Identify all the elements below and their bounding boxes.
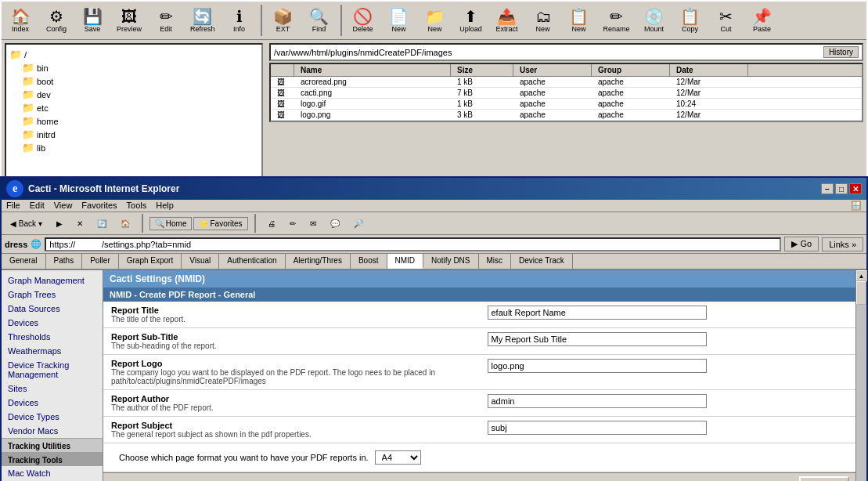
file-table: Name Size User Group Date 🖼 acroread.png…: [269, 63, 863, 122]
cut-button[interactable]: ✂ Cut: [709, 6, 744, 35]
tree-item-initrd[interactable]: 📁 initrd: [22, 128, 258, 141]
tab-notify-dns[interactable]: Notify DNS: [423, 254, 478, 269]
tab-poller[interactable]: Poller: [82, 254, 119, 269]
sidebar-item-devices[interactable]: Devices: [2, 316, 103, 330]
tree-root[interactable]: 📁 /: [9, 48, 258, 61]
scroll-track[interactable]: [856, 281, 866, 481]
zoom-button[interactable]: 🔎: [348, 217, 369, 230]
sidebar-item-weathermaps[interactable]: Weathermaps: [2, 344, 103, 358]
sidebar-item-device-tracking[interactable]: Device Tracking Management: [2, 358, 103, 382]
new4-button[interactable]: 📋 New: [562, 6, 596, 35]
save-button[interactable]: 💾 Save: [75, 6, 110, 35]
tree-item-boot[interactable]: 📁 boot: [22, 74, 258, 88]
new-folder-icon: 📁: [425, 9, 445, 24]
tab-misc[interactable]: Misc: [479, 254, 512, 269]
tree-item-etc[interactable]: 📁 etc: [22, 101, 258, 114]
tab-visual[interactable]: Visual: [182, 254, 219, 269]
new3-button[interactable]: 🗂 New: [526, 6, 560, 35]
delete-button[interactable]: 🚫 Delete: [346, 6, 380, 35]
stop-button[interactable]: ✕: [71, 217, 88, 230]
preview-button[interactable]: 🖼 Preview: [111, 6, 147, 35]
index-button[interactable]: 🏠 Index: [3, 6, 38, 35]
sidebar-item-devices2[interactable]: Devices: [2, 396, 103, 410]
history-button[interactable]: History: [823, 46, 859, 58]
find-button[interactable]: 🔍 Find: [302, 6, 337, 35]
sidebar-item-mac-watch[interactable]: Mac Watch: [2, 466, 103, 480]
ie-refresh-button[interactable]: 🔄: [92, 217, 112, 230]
sidebar-item-graph-management[interactable]: Graph Management: [2, 273, 103, 288]
tab-graph-export[interactable]: Graph Export: [119, 254, 182, 269]
tab-device-track[interactable]: Device Track: [511, 254, 573, 269]
edit-button[interactable]: ✏ Edit: [149, 6, 183, 35]
new-file-button[interactable]: 📄 New: [382, 6, 416, 35]
report-author-input[interactable]: [488, 394, 707, 408]
menu-help[interactable]: Help: [156, 201, 174, 211]
home-button[interactable]: 🏠: [115, 217, 135, 230]
report-subtitle-input[interactable]: [488, 332, 707, 346]
form-input-cell: [480, 417, 856, 443]
config-button[interactable]: ⚙ Config: [39, 6, 74, 35]
rename-button[interactable]: ✏ Rename: [598, 6, 636, 35]
table-row[interactable]: 🖼 cacti.png 7 kB apache apache 12/Mar: [271, 88, 862, 99]
tab-alerting[interactable]: Alerting/Thres: [286, 254, 351, 269]
scroll-thumb[interactable]: [856, 281, 866, 305]
sidebar-item-graph-trees[interactable]: Graph Trees: [2, 288, 103, 302]
menu-view[interactable]: View: [54, 201, 73, 211]
favorites-button[interactable]: ⭐ Favorites: [193, 217, 247, 230]
report-logo-input[interactable]: [488, 359, 707, 373]
upload-button[interactable]: ⬆ Upload: [454, 6, 488, 35]
refresh-button[interactable]: 🔄 Refresh: [185, 6, 221, 35]
menu-file[interactable]: File: [6, 201, 20, 211]
messenger-button[interactable]: 💬: [325, 217, 345, 230]
report-subject-input[interactable]: [488, 421, 707, 435]
page-format-select[interactable]: A4 A3 Letter: [375, 450, 421, 465]
print-button[interactable]: 🖨: [262, 217, 281, 230]
tree-item-dev[interactable]: 📁 dev: [22, 88, 258, 101]
tree-panel[interactable]: 📁 / 📁 bin 📁 boot 📁 dev 📁 etc: [5, 43, 263, 178]
new-folder-button[interactable]: 📁 New: [418, 6, 452, 35]
go-button[interactable]: ▶ Go: [784, 237, 819, 251]
form-input-cell: [480, 302, 856, 328]
address-input[interactable]: [45, 237, 781, 251]
file-size: 3 kB: [451, 110, 513, 120]
report-title-input[interactable]: [488, 306, 707, 320]
search-button[interactable]: 🔍 Home: [149, 217, 193, 230]
table-row[interactable]: 🖼 logo.png 3 kB apache apache 12/Mar: [271, 110, 862, 121]
sidebar-item-thresholds[interactable]: Thresholds: [2, 330, 103, 344]
ie-close-button[interactable]: ✕: [849, 183, 862, 194]
table-row[interactable]: 🖼 acroread.png 1 kB apache apache 12/Mar: [271, 77, 862, 88]
tab-nmid[interactable]: NMID: [387, 254, 424, 269]
info-button[interactable]: ℹ Info: [222, 6, 257, 35]
menu-favorites[interactable]: Favorites: [81, 201, 117, 211]
copy-button[interactable]: 📋 Copy: [673, 6, 708, 35]
links-button[interactable]: Links »: [822, 237, 863, 251]
mail-button[interactable]: ✉: [304, 217, 322, 230]
back-button[interactable]: ◀ Back ▾: [5, 217, 48, 230]
file-icon: 🖼: [271, 77, 294, 87]
tab-authentication[interactable]: Authentication: [219, 254, 285, 269]
mount-button[interactable]: 💿 Mount: [637, 6, 672, 35]
extract-button[interactable]: 📤 Extract: [490, 6, 524, 35]
table-row[interactable]: 🖼 logo.gif 1 kB apache apache 10:24: [271, 99, 862, 110]
ext-button[interactable]: 📦 EXT: [266, 6, 301, 35]
forward-button[interactable]: ▶: [51, 217, 68, 230]
tab-general[interactable]: General: [2, 254, 46, 269]
tab-boost[interactable]: Boost: [351, 254, 387, 269]
paste-button[interactable]: 📌 Paste: [745, 6, 780, 35]
sidebar-item-device-types[interactable]: Device Types: [2, 410, 103, 424]
tree-item-home[interactable]: 📁 home: [22, 114, 258, 128]
sidebar-item-sites[interactable]: Sites: [2, 382, 103, 396]
ie-maximize-button[interactable]: □: [835, 183, 848, 194]
sidebar-item-data-sources[interactable]: Data Sources: [2, 302, 103, 316]
menu-edit[interactable]: Edit: [30, 201, 45, 211]
cancel-button[interactable]: cancel: [799, 476, 849, 481]
scroll-up-button[interactable]: ▲: [856, 270, 867, 281]
tree-item-lib[interactable]: 📁 lib: [22, 141, 258, 154]
menu-tools[interactable]: Tools: [127, 201, 147, 211]
sidebar-item-vendor-macs[interactable]: Vendor Macs: [2, 424, 103, 438]
tree-item-bin[interactable]: 📁 bin: [22, 61, 258, 74]
edit-page-button[interactable]: ✏: [284, 217, 301, 230]
tab-paths[interactable]: Paths: [46, 254, 83, 269]
file-user: apache: [513, 110, 592, 120]
ie-minimize-button[interactable]: −: [821, 183, 834, 194]
